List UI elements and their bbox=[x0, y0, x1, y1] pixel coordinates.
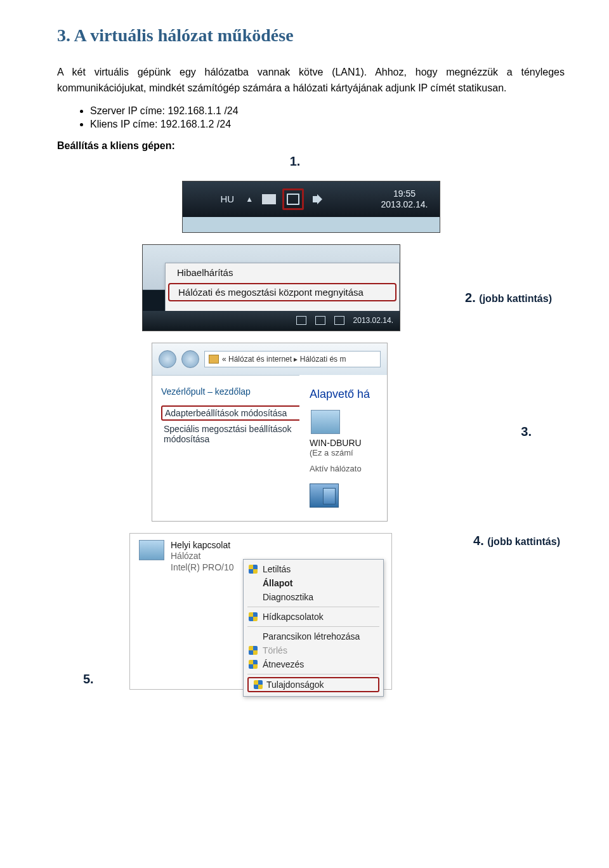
shield-icon bbox=[254, 680, 263, 689]
active-networks-label: Aktív hálózato bbox=[310, 464, 387, 473]
screenshot-network-context-menu: Hibaelhárítás Hálózati és megosztási köz… bbox=[143, 245, 400, 331]
mini-date: 2013.02.14. bbox=[353, 316, 393, 325]
mini-flag-icon bbox=[296, 316, 306, 325]
menu-item-open-network-center[interactable]: Hálózati és megosztási központ megnyitás… bbox=[168, 283, 396, 301]
network-adapter-item[interactable]: Helyi kapcsolat Hálózat Intel(R) PRO/10 bbox=[139, 540, 234, 574]
menu-separator bbox=[247, 607, 379, 607]
network-icon bbox=[310, 483, 339, 508]
menu-item-rename[interactable]: Átnevezés bbox=[244, 657, 383, 671]
server-ip-item: Szerver IP címe: 192.168.1.1 /24 bbox=[90, 105, 565, 117]
link-change-adapter-settings[interactable]: Adapterbeállítások módosítása bbox=[161, 405, 306, 421]
menu-item-bridge[interactable]: Hídkapcsolatok bbox=[244, 610, 383, 624]
tray-date: 2013.02.14. bbox=[381, 199, 428, 210]
computer-icon bbox=[311, 410, 340, 434]
callout-3: 3. bbox=[521, 424, 532, 439]
client-config-subhead: Beállítás a kliens gépen: bbox=[57, 140, 175, 152]
section-heading: 3. A virtuális hálózat működése bbox=[57, 25, 565, 46]
sidebar-title: Vezérlőpult – kezdőlap bbox=[161, 386, 306, 397]
menu-item-disable[interactable]: Letiltás bbox=[244, 562, 383, 576]
callout-2: 2. (jobb kattintás) bbox=[465, 291, 552, 305]
main-heading: Alapvető há bbox=[310, 388, 387, 401]
menu-separator bbox=[247, 626, 379, 627]
breadcrumb: « Hálózat és internet ▸ Hálózati és m bbox=[222, 355, 346, 364]
computer-name: WIN-DBURU bbox=[310, 438, 387, 448]
folder-icon bbox=[209, 355, 219, 364]
callout-5: 5. bbox=[83, 672, 94, 687]
ip-list: Szerver IP címe: 192.168.1.1 /24 Kliens … bbox=[57, 105, 565, 130]
adapter-icon bbox=[139, 540, 164, 560]
shield-icon bbox=[249, 565, 258, 574]
screenshot-adapter-context-menu: Helyi kapcsolat Hálózat Intel(R) PRO/10 … bbox=[130, 534, 391, 689]
menu-item-delete: Törlés bbox=[244, 643, 383, 657]
adapter-driver: Intel(R) PRO/10 bbox=[171, 562, 234, 574]
tray-chevron-up-icon[interactable]: ▲ bbox=[246, 195, 253, 204]
nav-back-button[interactable] bbox=[159, 350, 176, 368]
menu-item-troubleshoot[interactable]: Hibaelhárítás bbox=[166, 263, 399, 282]
screenshot-taskbar-tray: HU ▲ 19:55 2013.02.14. bbox=[183, 181, 440, 232]
computer-subtitle: (Ez a számí bbox=[310, 448, 387, 457]
tray-time: 19:55 bbox=[381, 188, 428, 199]
tray-network-icon[interactable] bbox=[282, 188, 304, 210]
callout-4: 4. (jobb kattintás) bbox=[473, 534, 560, 548]
context-menu: Hibaelhárítás Hálózati és megosztási köz… bbox=[165, 263, 400, 313]
adapter-name: Helyi kapcsolat bbox=[171, 540, 234, 551]
shield-icon bbox=[249, 646, 258, 655]
menu-item-status[interactable]: Állapot bbox=[244, 576, 383, 590]
adapter-network: Hálózat bbox=[171, 551, 234, 562]
address-bar[interactable]: « Hálózat és internet ▸ Hálózati és m bbox=[204, 351, 381, 367]
menu-item-diagnose[interactable]: Diagnosztika bbox=[244, 590, 383, 604]
menu-item-create-shortcut[interactable]: Parancsikon létrehozása bbox=[244, 629, 383, 643]
tray-volume-icon[interactable] bbox=[313, 194, 325, 204]
tray-clock[interactable]: 19:55 2013.02.14. bbox=[381, 188, 428, 210]
shield-icon bbox=[249, 660, 258, 669]
tray-language-indicator[interactable]: HU bbox=[221, 194, 235, 204]
callout-1: 1. bbox=[290, 154, 301, 168]
link-advanced-sharing-settings[interactable]: Speciális megosztási beállítások módosít… bbox=[161, 423, 306, 445]
screenshot-network-sharing-center: « Hálózat és internet ▸ Hálózati és m Ve… bbox=[152, 343, 387, 521]
tray-action-center-icon[interactable] bbox=[262, 194, 276, 204]
mini-network-icon bbox=[315, 316, 325, 325]
client-ip-item: Kliens IP címe: 192.168.1.2 /24 bbox=[90, 119, 565, 130]
shield-icon bbox=[249, 612, 258, 621]
intro-paragraph: A két virtuális gépünk egy hálózatba van… bbox=[57, 65, 565, 96]
adapter-context-menu: Letiltás Állapot Diagnosztika Hídkapcsol… bbox=[243, 559, 384, 697]
nav-forward-button[interactable] bbox=[181, 350, 199, 368]
monitor-icon bbox=[287, 194, 299, 205]
menu-item-properties[interactable]: Tulajdonságok bbox=[247, 677, 379, 692]
menu-separator bbox=[247, 674, 379, 674]
mini-volume-icon bbox=[334, 316, 344, 325]
